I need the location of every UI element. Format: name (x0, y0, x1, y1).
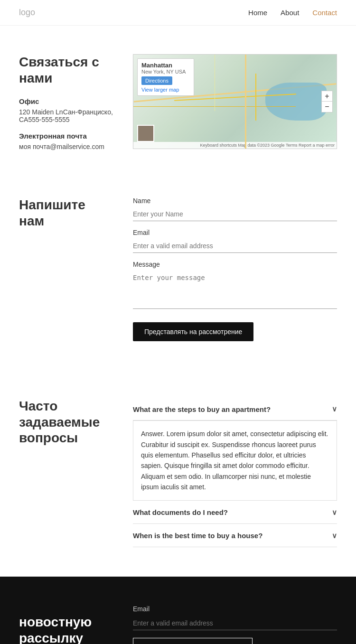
faq-question-0[interactable]: What are the steps to buy an apartment? … (133, 398, 337, 420)
map-overlay: Manhattan New York, NY USA Directions Vi… (137, 58, 194, 96)
faq-item-1: What documents do I need? ∨ (133, 502, 337, 524)
nav-home[interactable]: Home (248, 9, 267, 17)
faq-answer-0: Answer. Lorem ipsum dolor sit amet, cons… (133, 420, 337, 500)
map-water (265, 83, 326, 120)
faq-section: Часто задаваемые вопросы What are the st… (0, 370, 356, 576)
chevron-down-icon-2: ∨ (332, 532, 337, 540)
faq-item-2: When is the best time to buy a house? ∨ (133, 525, 337, 547)
office-label: Офис (19, 97, 114, 105)
nav-links: Home About Contact (248, 9, 337, 17)
message-label: Message (133, 261, 337, 268)
map-bottom-text: Keyboard shortcuts Map data ©2023 Google… (200, 143, 335, 148)
map-city: Manhattan (141, 62, 190, 69)
map-container: Manhattan New York, NY USA Directions Vi… (133, 54, 337, 149)
message-field-group: Message (133, 261, 337, 311)
map-bottom-bar: Keyboard shortcuts Map data ©2023 Google… (133, 142, 337, 149)
email-input[interactable] (133, 239, 337, 253)
newsletter-left-panel: новостную рассылку (19, 614, 114, 644)
name-label: Name (133, 197, 337, 205)
chevron-down-icon-1: ∨ (332, 508, 337, 517)
faq-item-0: What are the steps to buy an apartment? … (133, 398, 337, 500)
email-label: Email (133, 229, 337, 236)
newsletter-heading: новостную рассылку (19, 614, 114, 644)
form-right-panel: Name Email Message Представлять на рассм… (133, 197, 337, 341)
map-road-v2 (215, 55, 215, 111)
newsletter-submit-button[interactable]: Представлять на рассмотрение (133, 638, 253, 644)
message-input[interactable] (133, 271, 337, 309)
map-directions-btn[interactable]: Directions (141, 76, 172, 85)
nav-about[interactable]: About (281, 9, 299, 17)
faq-left-panel: Часто задаваемые вопросы (19, 398, 114, 446)
form-section: Напишите нам Name Email Message Представ… (0, 178, 356, 370)
email-label: Электронная почта (19, 132, 114, 140)
nav-contact[interactable]: Contact (312, 9, 337, 17)
map-view-larger-link[interactable]: View larger map (141, 87, 190, 93)
form-heading: Напишите нам (19, 197, 114, 229)
map-zoom-controls: + − (321, 91, 333, 112)
faq-question-text-0: What are the steps to buy an apartment? (133, 405, 271, 413)
map-location: New York, NY USA (141, 69, 190, 75)
name-input[interactable] (133, 207, 337, 221)
map-thumbnail (137, 125, 154, 142)
contact-heading: Связаться с нами (19, 54, 114, 86)
email-value: моя почта@mailservice.com (19, 143, 114, 150)
email-field-group: Email (133, 229, 337, 253)
map-zoom-out[interactable]: − (322, 102, 332, 112)
faq-question-text-1: What documents do I need? (133, 508, 228, 516)
contact-info-section: Связаться с нами Офис 120 Maiden LnСан-Ф… (0, 26, 356, 178)
faq-question-text-2: When is the best time to buy a house? (133, 532, 262, 540)
faq-right-panel: What are the steps to buy an apartment? … (133, 398, 337, 548)
faq-question-2[interactable]: When is the best time to buy a house? ∨ (133, 525, 337, 547)
office-value: 120 Maiden LnСан-Франциско, CA555-555-55… (19, 108, 114, 123)
newsletter-email-input[interactable] (133, 616, 337, 630)
name-field-group: Name (133, 197, 337, 221)
map-inner: Manhattan New York, NY USA Directions Vi… (133, 55, 337, 149)
logo: logo (19, 8, 35, 18)
newsletter-section: новостную рассылку Email Представлять на… (0, 577, 356, 644)
map-road-v1 (255, 74, 256, 121)
map-zoom-in[interactable]: + (322, 91, 332, 102)
faq-question-1[interactable]: What documents do I need? ∨ (133, 502, 337, 524)
newsletter-email-label: Email (133, 605, 337, 613)
faq-heading: Часто задаваемые вопросы (19, 398, 114, 446)
contact-left-panel: Связаться с нами Офис 120 Maiden LnСан-Ф… (19, 54, 114, 159)
form-left-panel: Напишите нам (19, 197, 114, 229)
form-submit-button[interactable]: Представлять на рассмотрение (133, 322, 253, 341)
navbar: logo Home About Contact (0, 0, 356, 26)
chevron-up-icon-0: ∨ (332, 405, 337, 413)
newsletter-right-panel: Email Представлять на рассмотрение (133, 605, 337, 644)
